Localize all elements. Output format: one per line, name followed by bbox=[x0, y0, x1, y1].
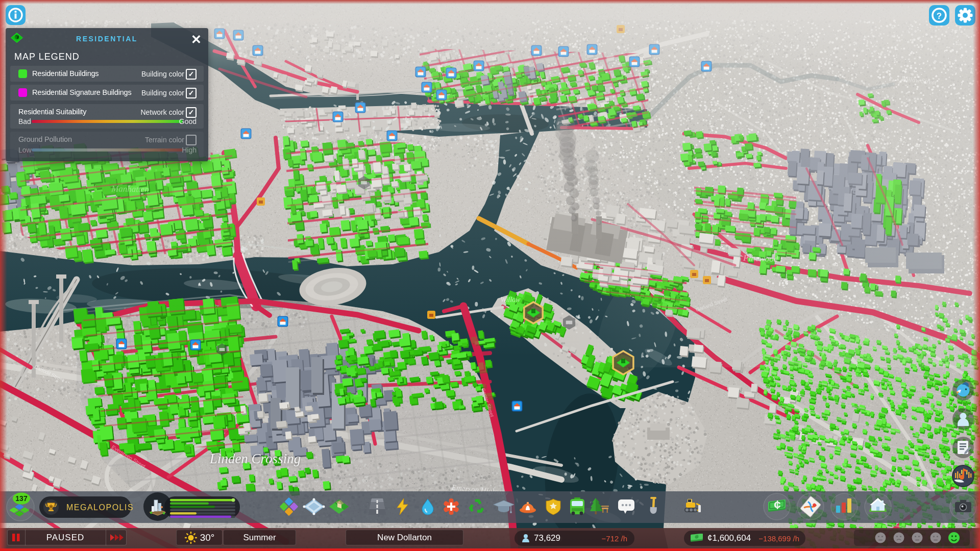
svg-text:?: ? bbox=[937, 11, 942, 21]
